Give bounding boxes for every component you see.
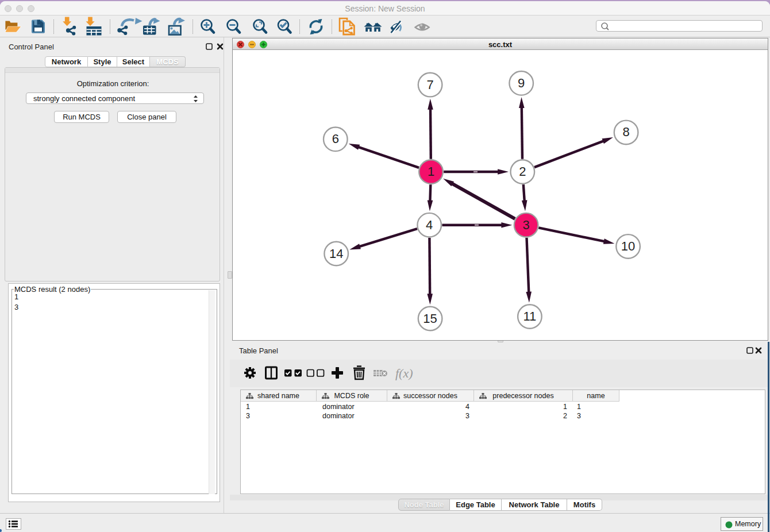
svg-text:10: 10 — [621, 239, 635, 253]
svg-text:11: 11 — [523, 309, 536, 323]
svg-text:1: 1 — [428, 164, 434, 179]
svg-text:f(x): f(x) — [395, 366, 413, 380]
svg-text:15: 15 — [423, 311, 437, 326]
svg-text:2: 2 — [519, 164, 526, 179]
svg-text:4: 4 — [426, 218, 433, 232]
svg-text:14: 14 — [329, 246, 343, 261]
svg-text:7: 7 — [426, 78, 433, 92]
svg-text:6: 6 — [332, 132, 339, 146]
svg-text:9: 9 — [518, 76, 525, 90]
svg-text:8: 8 — [622, 125, 629, 139]
svg-text:3: 3 — [522, 218, 529, 232]
